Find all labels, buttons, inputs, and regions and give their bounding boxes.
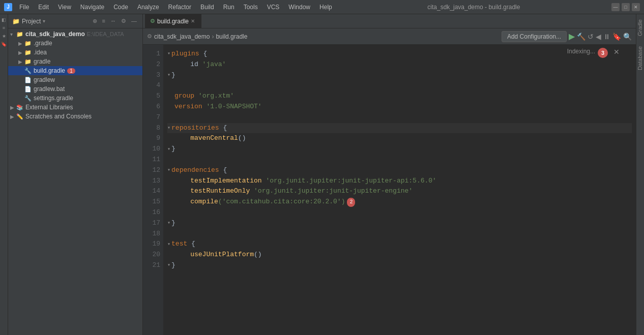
database-panel-tab[interactable]: Database [636, 41, 644, 75]
menu-help[interactable]: Help [315, 3, 336, 12]
fold-21[interactable]: ▾ [167, 261, 170, 269]
breadcrumb-separator1: ⚙ [147, 33, 152, 40]
tree-label-settings-gradle: settings.gradle [34, 95, 73, 102]
folder-icon-idea: 📁 [24, 49, 32, 56]
menu-file[interactable]: File [15, 3, 33, 12]
folder-icon: 📁 [16, 31, 23, 38]
menu-view[interactable]: View [54, 3, 75, 12]
rebuild-button[interactable]: ↺ [588, 33, 594, 41]
tree-arrow-gradle-folder: ▶ [18, 59, 24, 65]
editor-area: ⚙ build.gradle ✕ ⚙ cita_sdk_java_demo › … [143, 14, 636, 335]
menu-build[interactable]: Build [196, 3, 218, 12]
build-gradle-icon: 🔧 [24, 68, 32, 74]
tree-item-external-libs[interactable]: ▶ 📚 External Libraries [8, 103, 142, 112]
tree-arrow-idea: ▶ [18, 50, 24, 55]
code-line-15: compile('com.citahub.cita:core:20.2.0') … [167, 197, 632, 207]
tree-item-scratches[interactable]: ▶ ✏️ Scratches and Consoles [8, 112, 142, 121]
code-line-6: version '1.0-SNAPSHOT' [167, 102, 632, 112]
app-icon: J [4, 3, 12, 11]
tree-item-gradlew[interactable]: 📄 gradlew [8, 75, 142, 84]
tree-arrow-external-libs: ▶ [10, 105, 16, 110]
structure-icon[interactable]: ≡ [1, 24, 8, 32]
project-panel-title: 📁 Project ▾ [12, 18, 45, 25]
settings-button[interactable]: ⚙ [120, 17, 128, 25]
menu-navigate[interactable]: Navigate [76, 3, 108, 12]
tree-label-external-libs: External Libraries [25, 104, 73, 111]
maximize-button[interactable]: □ [622, 3, 630, 11]
code-line-14: testRuntimeOnly 'org.junit.jupiter:junit… [167, 186, 632, 197]
code-line-21: ▾ } [167, 260, 632, 271]
toolbar-left: ⚙ cita_sdk_java_demo › build.gradle [147, 33, 247, 40]
right-panels: Gradle Database [636, 14, 644, 335]
tree-label-gradlew: gradlew [34, 76, 55, 83]
toolbar: ⚙ cita_sdk_java_demo › build.gradle Add … [143, 28, 636, 45]
code-line-13: testImplementation 'org.junit.jupiter:ju… [167, 176, 632, 187]
tree-label-scratches: Scratches and Consoles [25, 113, 92, 120]
fold-8[interactable]: ▾ [167, 124, 170, 132]
code-line-9: mavenCentral() [167, 133, 632, 144]
code-line-2: id 'java' [167, 59, 632, 70]
tree-item-build-gradle[interactable]: 🔧 build.gradle 1 [8, 66, 142, 75]
tab-bar: ⚙ build.gradle ✕ [143, 14, 636, 28]
menu-edit[interactable]: Edit [34, 3, 53, 12]
menu-refactor[interactable]: Refactor [164, 3, 195, 12]
menu-bar: File Edit View Navigate Code Analyze Ref… [15, 3, 336, 12]
favorites-icon[interactable]: ★ [1, 33, 8, 40]
tree-item-idea[interactable]: ▶ 📁 .idea [8, 48, 142, 57]
tree-item-gradlew-bat[interactable]: 📄 gradlew.bat [8, 84, 142, 94]
run-button[interactable]: ▶ [569, 32, 575, 41]
notification-close-button[interactable]: ✕ [613, 48, 620, 56]
menu-run[interactable]: Run [219, 3, 239, 12]
expand-button[interactable]: ↔ [109, 17, 118, 25]
menu-code[interactable]: Code [109, 3, 132, 12]
collapse-all-button[interactable]: ≡ [101, 17, 107, 25]
minimize-button[interactable]: — [611, 3, 620, 11]
locate-file-button[interactable]: ⊕ [91, 17, 99, 25]
bookmarks-icon[interactable]: 🔖 [1, 41, 8, 48]
add-configuration-button[interactable]: Add Configuration... [502, 31, 567, 42]
breadcrumb-project: cita_sdk_java_demo [154, 33, 210, 40]
fold-1[interactable]: ▾ [167, 50, 170, 58]
compile-badge: 2 [347, 198, 355, 207]
project-tree: ▾ 📁 cita_sdk_java_demo E:\IDEA_DATA ▶ 📁 … [8, 28, 142, 335]
menu-analyze[interactable]: Analyze [133, 3, 163, 12]
tree-arrow-gradle-hidden: ▶ [18, 41, 24, 46]
fold-19[interactable]: ▾ [167, 240, 170, 249]
project-icon: 📁 [12, 18, 20, 25]
code-line-10: ▾ } [167, 144, 632, 155]
title-bar: J File Edit View Navigate Code Analyze R… [0, 0, 644, 14]
menu-window[interactable]: Window [284, 3, 314, 12]
notification-badge[interactable]: 3 [598, 48, 608, 58]
hide-button[interactable]: — [130, 17, 138, 25]
tree-item-gradle-hidden[interactable]: ▶ 📁 .gradle [8, 39, 142, 48]
next-button[interactable]: ⏸ [603, 33, 610, 41]
editor-content: 12345 678910 1112131415 1617181920 21 ▾ … [143, 45, 636, 335]
search-button[interactable]: 🔍 [623, 33, 632, 41]
project-header-actions: ⊕ ≡ ↔ ⚙ — [91, 17, 138, 25]
code-area[interactable]: ▾ plugins { id 'java' ▾ } [163, 45, 636, 335]
menu-tools[interactable]: Tools [240, 3, 262, 12]
fold-3[interactable]: ▾ [167, 71, 170, 79]
menu-vcs[interactable]: VCS [263, 3, 284, 12]
project-header: 📁 Project ▾ ⊕ ≡ ↔ ⚙ — [8, 14, 142, 28]
tree-item-root[interactable]: ▾ 📁 cita_sdk_java_demo E:\IDEA_DATA [8, 29, 142, 39]
build-gradle-badge: 1 [67, 68, 75, 74]
tab-close-button[interactable]: ✕ [191, 18, 195, 24]
tree-label-root: cita_sdk_java_demo [25, 31, 85, 38]
bookmark-button[interactable]: 🔖 [612, 33, 621, 41]
prev-button[interactable]: ◀ [596, 33, 601, 41]
project-dropdown-icon[interactable]: ▾ [43, 18, 45, 24]
build-button[interactable]: 🔨 [577, 33, 586, 41]
tree-item-gradle-folder[interactable]: ▶ 📁 gradle [8, 57, 142, 66]
close-button[interactable]: ✕ [632, 3, 640, 11]
tree-path-root: E:\IDEA_DATA [87, 31, 124, 37]
fold-10[interactable]: ▾ [167, 145, 170, 154]
fold-17[interactable]: ▾ [167, 219, 170, 227]
gradle-panel-tab[interactable]: Gradle [636, 14, 644, 41]
code-line-3: ▾ } [167, 70, 632, 81]
folder-icon-gradle-hidden: 📁 [24, 40, 32, 47]
tree-item-settings-gradle[interactable]: 🔧 settings.gradle [8, 94, 142, 103]
tab-build-gradle[interactable]: ⚙ build.gradle ✕ [145, 14, 201, 28]
project-icon[interactable]: ◧ [1, 16, 8, 23]
fold-12[interactable]: ▾ [167, 166, 170, 174]
